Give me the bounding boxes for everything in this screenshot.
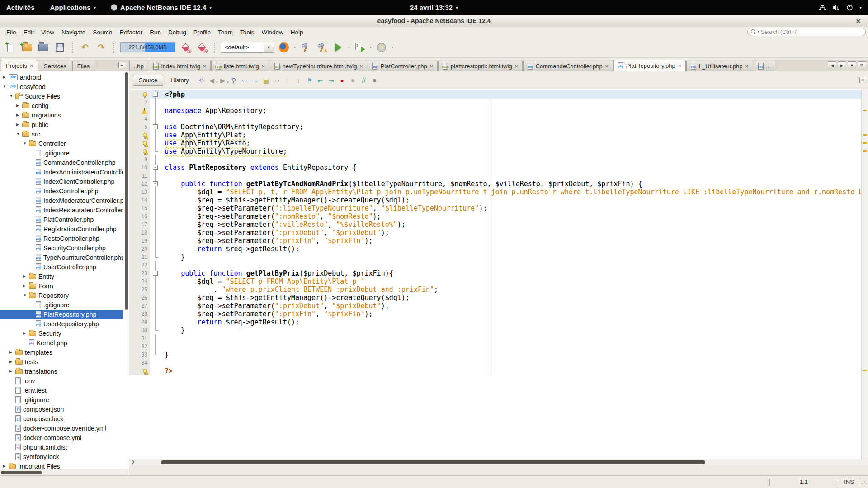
expand-arrow-icon[interactable]: ▶ — [16, 122, 22, 127]
error-stripe[interactable] — [861, 89, 868, 459]
code-line[interactable]: 13 $dql = "SELECT p, t, r FROM App\Entit… — [129, 188, 861, 196]
code-line[interactable]: 29 return $req->getResult(); — [129, 318, 861, 326]
clock-menu[interactable]: 24 avril 13:32 — [410, 0, 458, 15]
scroll-tabs-left-icon[interactable]: ◀ — [828, 61, 836, 69]
code-line[interactable]: 30 } — [129, 326, 861, 334]
code-line[interactable]: 18 $req->setParameter(":prixDebut", "$pr… — [129, 229, 861, 237]
editor-tab[interactable]: phpPlatRepository.php× — [613, 60, 686, 71]
tree-item[interactable]: phpUserRepository.php — [0, 319, 123, 328]
toggle-highlight-icon[interactable]: ▤ — [261, 75, 271, 85]
tree-item[interactable]: ▼Controller — [0, 139, 123, 148]
editor-tab[interactable]: twigindex.html.twig× — [149, 61, 211, 71]
next-bookmark-icon[interactable]: ↓ — [294, 75, 304, 85]
config-select[interactable]: <default> ▼ — [221, 42, 274, 53]
tree-item[interactable]: .gitignore — [0, 395, 123, 404]
menu-file[interactable]: File — [3, 28, 20, 37]
code-line[interactable]: use App\Entity\TypeNourriture; — [129, 147, 861, 155]
activities-button[interactable]: Activités — [0, 0, 41, 15]
uncomment-icon[interactable]: ≡ — [370, 75, 380, 85]
panel-tab-projects[interactable]: Projects× — [1, 60, 38, 71]
tree-horizontal-scrollbar[interactable] — [0, 469, 129, 475]
comment-icon[interactable]: // — [359, 75, 369, 85]
menu-help[interactable]: Help — [287, 28, 307, 37]
debug-button[interactable] — [354, 41, 366, 54]
panel-tab-files[interactable]: Files — [72, 61, 94, 71]
editor-tab[interactable]: phpCommandeController.php× — [523, 61, 613, 71]
panel-tab-services[interactable]: Services — [39, 61, 71, 71]
tree-item[interactable]: phpIndexModerateurController.php — [0, 196, 123, 205]
code-line[interactable]: namespace App\Repository; — [129, 107, 861, 115]
fold-box-icon[interactable]: − — [153, 124, 158, 129]
window-title-bar[interactable]: easyfood - Apache NetBeans IDE 12.4 ✕ — [0, 15, 868, 27]
expand-arrow-icon[interactable]: ▼ — [16, 132, 22, 136]
code-editor[interactable]: −<?php2namespace App\Repository;45−use D… — [129, 89, 868, 459]
new-file-button[interactable]: + — [5, 41, 17, 54]
browser-button[interactable] — [278, 41, 290, 54]
tree-item[interactable]: phpKernel.php — [0, 338, 123, 347]
previous-occurrence-icon[interactable]: ⇦ — [240, 75, 250, 85]
expand-arrow-icon[interactable]: ▶ — [23, 331, 29, 335]
tree-item[interactable]: phpUserController.php — [0, 262, 123, 272]
app-menu-button[interactable]: Apache NetBeans IDE 12.4▾ — [105, 0, 218, 15]
tree-item[interactable]: .env — [0, 376, 123, 385]
code-line[interactable]: 2 — [129, 99, 861, 107]
vcs-clock-button[interactable]: ◷ — [179, 41, 192, 54]
search-input[interactable] — [761, 29, 863, 35]
memory-indicator[interactable]: 221,8/458,0MB — [120, 42, 175, 52]
last-edit-position-icon[interactable]: ⟲ — [196, 75, 206, 85]
fold-box-icon[interactable]: − — [153, 271, 158, 276]
editor-tab[interactable]: twigliste.html.twig× — [211, 61, 269, 71]
menu-run[interactable]: Run — [146, 28, 165, 37]
menu-debug[interactable]: Debug — [165, 28, 190, 37]
code-line[interactable]: 12− public function getPlatByTcAndNomRAn… — [129, 180, 861, 188]
build-button[interactable] — [299, 41, 312, 54]
shift-line-left-icon[interactable]: ⇤ — [316, 75, 326, 85]
tree-item[interactable]: <>phpunit.xml.dist — [0, 442, 123, 452]
menu-edit[interactable]: Edit — [20, 28, 38, 37]
code-line[interactable]: 19 $req->setParameter(":prixFin", "$prix… — [129, 237, 861, 245]
close-icon[interactable]: × — [30, 63, 33, 69]
expand-arrow-icon[interactable]: ▶ — [16, 113, 22, 117]
quick-search[interactable]: ▾ — [747, 28, 866, 36]
expand-arrow-icon[interactable]: ▶ — [3, 464, 9, 468]
start-macro-icon[interactable]: ● — [337, 75, 347, 85]
tree-item[interactable]: ≋docker-compose.yml — [0, 433, 123, 442]
open-project-button[interactable] — [37, 41, 50, 54]
tree-item[interactable]: ▼Source Files — [0, 91, 123, 101]
tree-item[interactable]: phpPlatController.php — [0, 215, 123, 224]
tree-item[interactable]: .gitignore — [0, 300, 123, 310]
expand-arrow-icon[interactable]: ▼ — [23, 293, 29, 297]
code-line[interactable]: 31 — [129, 334, 861, 343]
tree-vertical-scrollbar[interactable] — [125, 72, 128, 310]
tree-item[interactable]: ▶Important Files — [0, 461, 123, 469]
expand-arrow-icon[interactable]: ▼ — [9, 94, 15, 98]
tree-item[interactable]: {}composer.json — [0, 404, 123, 414]
tree-item[interactable]: .gitignore — [0, 148, 123, 158]
code-line[interactable]: 27 $req->setParameter(":prixDebut", "$pr… — [129, 302, 861, 310]
profile-button[interactable] — [375, 41, 388, 54]
editor-tab[interactable]: php... — [754, 61, 776, 71]
tree-item[interactable]: phpRestoController.php — [0, 234, 123, 243]
window-close-button[interactable]: ✕ — [854, 17, 863, 25]
code-line[interactable]: 9 — [129, 155, 861, 164]
warning-mark-icon[interactable] — [863, 134, 867, 136]
close-icon[interactable]: × — [203, 63, 206, 70]
code-line[interactable]: use App\Entity\Plat; — [129, 131, 861, 139]
code-line[interactable]: 22 — [129, 261, 861, 269]
tree-item[interactable]: ▶tests — [0, 357, 123, 366]
back-icon[interactable]: ◀▾ — [207, 75, 217, 85]
fold-box-icon[interactable]: − — [153, 181, 158, 186]
shift-line-right-icon[interactable]: ⇥ — [326, 75, 336, 85]
undo-button[interactable]: ↶ — [79, 41, 91, 54]
code-line[interactable]: 5−use Doctrine\ORM\EntityRepository; — [129, 123, 861, 131]
code-line[interactable]: 34 — [129, 359, 861, 367]
expand-arrow-icon[interactable]: ▶ — [9, 350, 15, 354]
expand-arrow-icon[interactable]: ▶ — [9, 369, 15, 373]
code-line[interactable]: 14 $req = $this->getEntityManager()->cre… — [129, 196, 861, 204]
menu-refactor[interactable]: Refactor — [116, 28, 146, 37]
tree-item[interactable]: phpIndexAdministrateurController.php — [0, 167, 123, 177]
code-line[interactable]: 23− public function getPlatByPrix($prixD… — [129, 269, 861, 277]
scrollbar-thumb[interactable] — [161, 460, 705, 464]
close-icon[interactable]: × — [430, 63, 433, 70]
tree-item[interactable]: phpRegistrationController.php — [0, 224, 123, 234]
